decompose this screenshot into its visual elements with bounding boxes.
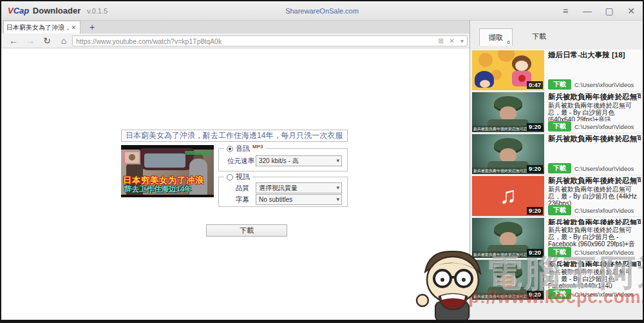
item-thumbnail-soldier: 新兵被欺負兩年後終於忍無可忍 9:20 xyxy=(472,260,544,300)
duration-badge: 9:20 xyxy=(527,165,543,173)
list-item[interactable]: 新兵被欺負兩年後終於忍無可忍 9:20 新兵被欺負兩年後終於忍無可忍，最 新兵被… xyxy=(471,217,643,259)
item-download-button[interactable]: 下載 xyxy=(548,289,571,299)
video-group: 視訊 品質 選擇視訊質量 ▾ 字幕 No subtitles ▾ xyxy=(218,177,348,207)
browser-tab[interactable]: 日本窮美女為了沖浪，辭... ✕ xyxy=(3,21,80,34)
tab-capture-label: 擷取 xyxy=(489,34,503,41)
thumbnail-green-label xyxy=(185,151,212,155)
item-thumbnail-soldier: 新兵被欺負兩年後終於忍無可忍 9:20 xyxy=(472,134,544,174)
item-title: 新兵被欺負兩年後終於忍無可忍，最 xyxy=(548,219,641,225)
download-button[interactable]: 下載 xyxy=(206,224,287,237)
chevron-down-icon: ▾ xyxy=(336,183,339,193)
new-tab-button[interactable]: + xyxy=(86,21,99,33)
subtitle-select[interactable]: No subtitles ▾ xyxy=(256,194,342,205)
close-button[interactable]: ✕ xyxy=(625,6,638,16)
forward-icon[interactable]: → xyxy=(23,34,37,48)
subtitle-label: 字幕 xyxy=(236,195,249,204)
item-download-button[interactable]: 下載 xyxy=(548,79,571,90)
item-title: 新兵被欺負兩年後終於忍無可忍，最 xyxy=(548,135,641,144)
item-thumbnail-soldier: 新兵被欺負兩年後終於忍無可忍 9:20 xyxy=(472,92,544,132)
duration-badge: 0:47 xyxy=(527,81,543,89)
audio-radio-row[interactable]: 音訊 MP3 xyxy=(224,144,265,153)
item-path: C:\Users\xfour\Videos xyxy=(574,81,634,88)
capture-panel: 擷取 6 下載 0:47 婚后日常-出大事辣 [18] 下載 xyxy=(469,21,644,320)
item-path: C:\Users\xfour\Videos xyxy=(574,249,634,256)
quality-label: 品質 xyxy=(236,184,249,193)
url-text[interactable]: https://www.youtube.com/watch?v=kp1Tp8tq… xyxy=(76,37,432,45)
video-radio-label: 視訊 xyxy=(236,172,250,182)
bookmark-icon[interactable]: ⊞ xyxy=(438,37,443,44)
item-thumbnail-music: ♫ 9:20 xyxy=(472,176,544,216)
item-download-button[interactable]: 下載 xyxy=(548,163,571,173)
quality-select[interactable]: 選擇視訊質量 ▾ xyxy=(256,182,342,193)
duration-badge: 9:20 xyxy=(527,207,543,215)
item-path: C:\Users\xfour\Videos xyxy=(574,291,634,298)
item-title: 新兵被欺負兩年後終於忍無可忍，最 xyxy=(548,93,641,101)
audio-group: 音訊 MP3 位元速率 320 kbit/s - 高 ▾ xyxy=(218,148,348,171)
title-bar: VCap Downloader v.0.1.5 SharewareOnSale.… xyxy=(1,1,643,21)
bitrate-select[interactable]: 320 kbit/s - 高 ▾ xyxy=(256,155,342,166)
audio-radio-label: 音訊 xyxy=(236,144,250,153)
app-window: VCap Downloader v.0.1.5 SharewareOnSale.… xyxy=(0,0,644,323)
chevron-down-icon: ▾ xyxy=(336,156,339,166)
tab-capture[interactable]: 擷取 6 xyxy=(479,28,513,46)
tab-title: 日本窮美女為了沖浪，辭... xyxy=(6,23,70,32)
item-path: C:\Users\xfour\Videos xyxy=(574,207,634,214)
item-subtitle: 新兵被欺負兩年後終於忍無可忍，最 - By 白沙留月色 (44kHz 236bp… xyxy=(548,186,641,205)
item-path: C:\Users\xfour\Videos xyxy=(574,165,634,172)
back-icon[interactable]: ← xyxy=(6,34,21,48)
maximize-button[interactable]: ▢ xyxy=(603,6,616,16)
tab-download[interactable]: 下載 xyxy=(532,32,546,41)
video-radio-row[interactable]: 視訊 xyxy=(224,172,252,182)
audio-radio[interactable] xyxy=(227,146,233,152)
item-path: C:\Users\xfour\Videos xyxy=(574,123,634,130)
duration-badge: 9:20 xyxy=(527,249,543,257)
duration-badge: 9:20 xyxy=(527,291,543,299)
bitrate-label: 位元速率 xyxy=(227,157,254,166)
url-bar[interactable]: https://www.youtube.com/watch?v=kp1Tp8tq… xyxy=(72,35,468,46)
duration-badge: 9:20 xyxy=(527,123,543,131)
item-title: 新兵被欺負兩年後終於忍無可忍，最 xyxy=(548,260,641,267)
tab-bar: 日本窮美女為了沖浪，辭... ✕ + xyxy=(1,21,469,34)
list-item[interactable]: 新兵被欺負兩年後終於忍無可忍 9:20 新兵被欺負兩年後終於忍無可忍，最 新兵被… xyxy=(471,92,643,133)
capture-list: 0:47 婚后日常-出大事辣 [18] 下載 C:\Users\xfour\Vi… xyxy=(471,50,643,301)
list-item[interactable]: 0:47 婚后日常-出大事辣 [18] 下載 C:\Users\xfour\Vi… xyxy=(471,50,643,92)
item-subtitle: 新兵被欺負兩年後終於忍無可忍，最 - By 白沙留月色 - Facebook (… xyxy=(548,226,641,247)
item-subtitle: 新兵被欺負兩年後終於忍無可忍，最 - By 白沙留月色 (640x640 29f… xyxy=(548,102,641,121)
item-download-button[interactable]: 下載 xyxy=(548,121,571,132)
clear-url-icon[interactable]: ✕ xyxy=(450,37,455,44)
list-item[interactable]: 新兵被欺負兩年後終於忍無可忍 9:20 新兵被欺負兩年後終於忍無可忍，最 新兵被… xyxy=(471,259,643,301)
url-dropdown-icon[interactable]: ▾ xyxy=(460,37,464,44)
quality-value: 選擇視訊質量 xyxy=(259,184,298,191)
menu-icon[interactable]: ≡ xyxy=(559,6,572,16)
capture-count-badge: 6 xyxy=(507,39,510,46)
audio-format-tag: MP3 xyxy=(252,144,263,150)
item-download-button[interactable]: 下載 xyxy=(548,247,571,257)
item-subtitle: 新兵被欺負兩年後終於忍無可忍，最 - By 白沙留月色 - Facebook (… xyxy=(548,268,641,289)
tab-close-icon[interactable]: ✕ xyxy=(70,24,77,31)
shareware-link[interactable]: SharewareOnSale.com xyxy=(1,1,643,21)
home-icon[interactable]: ⌂ xyxy=(57,34,71,48)
chevron-down-icon: ▾ xyxy=(336,195,339,204)
main-content: 日本窮美女為了沖浪，辭去工作住海邊14年，每月只洗一次衣服 日本穷美女为了冲浪 … xyxy=(1,48,469,322)
music-note-icon: ♫ xyxy=(500,182,517,208)
bitrate-value: 320 kbit/s - 高 xyxy=(259,157,299,164)
subtitle-value: No subtitles xyxy=(259,196,292,203)
video-radio[interactable] xyxy=(227,174,233,181)
video-title-field: 日本窮美女為了沖浪，辭去工作住海邊14年，每月只洗一次衣服 xyxy=(121,130,348,142)
item-download-button[interactable]: 下載 xyxy=(548,205,571,215)
list-item[interactable]: ♫ 9:20 新兵被欺負兩年後終於忍無可忍，最 新兵被欺負兩年後終於忍無可忍，最… xyxy=(471,175,643,217)
thumbnail-caption-2: 辞去工作住海边14年 xyxy=(124,184,192,194)
item-title: 新兵被欺負兩年後終於忍無可忍，最 xyxy=(548,177,641,184)
minimize-button[interactable]: — xyxy=(581,6,594,16)
video-thumbnail: 日本穷美女为了冲浪 辞去工作住海边14年 xyxy=(121,145,214,197)
item-thumbnail-cartoon: 0:47 xyxy=(472,50,544,90)
item-title: 婚后日常-出大事辣 [18] xyxy=(548,51,641,60)
navigation-bar: ← → ↻ ⌂ https://www.youtube.com/watch?v=… xyxy=(1,34,469,48)
item-thumbnail-soldier: 新兵被欺負兩年後終於忍無可忍 9:20 xyxy=(472,218,544,258)
list-item[interactable]: 新兵被欺負兩年後終於忍無可忍 9:20 新兵被欺負兩年後終於忍無可忍，最 下載 … xyxy=(471,133,643,175)
thumbnail-inset-face xyxy=(124,151,140,164)
refresh-icon[interactable]: ↻ xyxy=(40,34,54,48)
